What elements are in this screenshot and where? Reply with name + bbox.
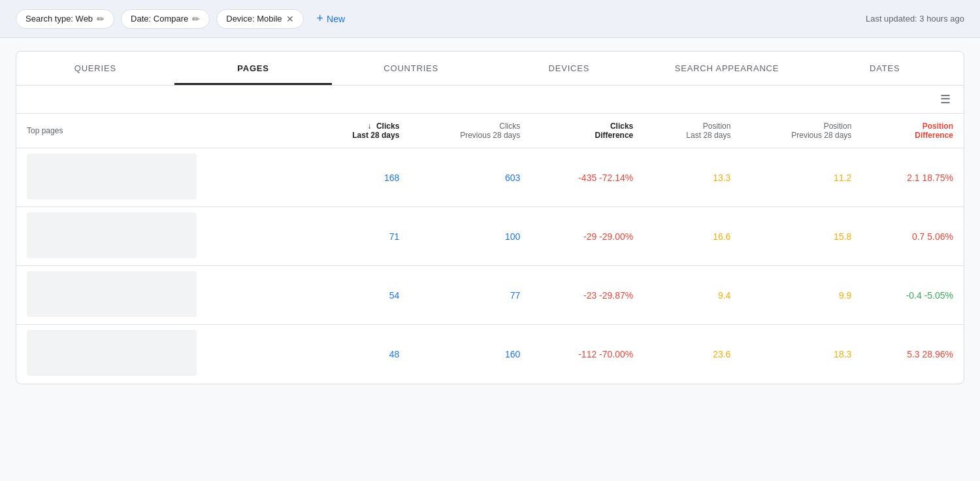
pos-prev-cell: 18.3 [741,325,862,384]
page-url-block [27,154,197,199]
filter-row: ☰ [16,86,964,114]
clicks-last-cell: 71 [308,207,410,266]
search-type-label: Search type: Web [25,14,93,24]
page-url-cell [16,148,308,207]
pos-prev-cell: 15.8 [741,207,862,266]
tab-dates[interactable]: DATES [806,52,964,85]
clicks-diff-cell: -23 -29.87% [531,266,644,325]
clicks-prev-cell: 100 [410,207,531,266]
pos-last-cell: 23.6 [644,325,741,384]
pos-last-cell: 16.6 [644,207,741,266]
tab-countries[interactable]: COUNTRIES [332,52,490,85]
new-button[interactable]: + New [310,8,352,29]
pos-diff-value: 2.1 18.75% [907,173,953,183]
page-url-cell [16,207,308,266]
pos-last-cell: 9.4 [644,266,741,325]
page-url-block [27,212,197,258]
col-header-clicks-diff: Clicks Difference [531,114,644,148]
clicks-last-value: 168 [384,173,399,183]
clicks-diff-value: -112 -70.00% [578,349,633,359]
pos-last-cell: 13.3 [644,148,741,207]
clicks-prev-value: 160 [505,349,520,359]
pos-diff-cell: -0.4 -5.05% [862,266,964,325]
last-updated: Last updated: 3 hours ago [866,14,964,24]
clicks-diff-value: -435 -72.14% [578,173,633,183]
pos-diff-value: -0.4 -5.05% [906,290,953,301]
table-row: 5477-23 -29.87%9.49.9-0.4 -5.05% [16,266,964,325]
clicks-diff-value: -23 -29.87% [583,290,633,301]
table-row: 71100-29 -29.00%16.615.80.7 5.06% [16,207,964,266]
pos-prev-value: 9.9 [839,290,851,301]
pos-prev-value: 18.3 [834,349,851,359]
clicks-diff-value: -29 -29.00% [583,231,633,242]
clicks-prev-value: 603 [505,173,520,183]
top-bar: Search type: Web ✏ Date: Compare ✏ Devic… [0,0,980,38]
device-filter[interactable]: Device: Mobile ✕ [216,9,303,29]
clicks-diff-cell: -112 -70.00% [531,325,644,384]
table-header-row: Top pages ↓ Clicks Last 28 days [16,114,964,148]
pos-last-value: 13.3 [713,173,730,183]
table-row: 168603-435 -72.14%13.311.22.1 18.75% [16,148,964,207]
clicks-last-value: 71 [389,231,400,242]
tabs-row: QUERIES PAGES COUNTRIES DEVICES SEARCH A… [16,52,964,86]
tab-queries[interactable]: QUERIES [16,52,174,85]
page-url-cell [16,266,308,325]
filter-icon[interactable]: ☰ [940,92,951,107]
data-table: Top pages ↓ Clicks Last 28 days [16,114,964,384]
close-icon[interactable]: ✕ [286,14,294,24]
pos-diff-value: 5.3 28.96% [907,349,953,359]
clicks-last-cell: 168 [308,148,410,207]
col-header-pos-prev: Position Previous 28 days [741,114,862,148]
clicks-prev-cell: 77 [410,266,531,325]
clicks-prev-value: 100 [505,231,520,242]
pos-prev-cell: 11.2 [741,148,862,207]
pos-diff-cell: 2.1 18.75% [862,148,964,207]
clicks-last-cell: 54 [308,266,410,325]
device-label: Device: Mobile [226,14,282,24]
col-header-pos-diff: Position Difference [862,114,964,148]
col-header-pages: Top pages [16,114,308,148]
col-header-clicks-last[interactable]: ↓ Clicks Last 28 days [308,114,410,148]
edit-icon[interactable]: ✏ [192,14,200,24]
clicks-diff-cell: -29 -29.00% [531,207,644,266]
search-type-filter[interactable]: Search type: Web ✏ [16,9,114,29]
pos-diff-cell: 0.7 5.06% [862,207,964,266]
plus-icon: + [317,12,324,25]
clicks-prev-cell: 603 [410,148,531,207]
table-container: Top pages ↓ Clicks Last 28 days [16,114,964,384]
main-card: QUERIES PAGES COUNTRIES DEVICES SEARCH A… [16,51,964,384]
date-filter[interactable]: Date: Compare ✏ [121,9,210,29]
pos-prev-cell: 9.9 [741,266,862,325]
pos-last-value: 23.6 [713,349,730,359]
pos-diff-value: 0.7 5.06% [912,231,953,242]
page-url-block [27,330,197,376]
date-label: Date: Compare [131,14,188,24]
clicks-prev-value: 77 [510,290,521,301]
pos-last-value: 9.4 [718,290,730,301]
page-url-block [27,271,197,317]
clicks-last-cell: 48 [308,325,410,384]
clicks-last-value: 48 [389,349,400,359]
page-url-cell [16,325,308,384]
table-row: 48160-112 -70.00%23.618.35.3 28.96% [16,325,964,384]
clicks-diff-cell: -435 -72.14% [531,148,644,207]
edit-icon[interactable]: ✏ [97,14,105,24]
pos-prev-value: 11.2 [834,173,851,183]
pos-diff-cell: 5.3 28.96% [862,325,964,384]
sort-down-icon: ↓ [368,122,372,131]
tab-devices[interactable]: DEVICES [490,52,648,85]
clicks-last-value: 54 [389,290,400,301]
tab-pages[interactable]: PAGES [174,52,333,85]
new-button-label: New [327,14,345,24]
clicks-prev-cell: 160 [410,325,531,384]
col-header-clicks-prev: Clicks Previous 28 days [410,114,531,148]
pos-prev-value: 15.8 [834,231,851,242]
col-header-pos-last: Position Last 28 days [644,114,741,148]
tab-search-appearance[interactable]: SEARCH APPEARANCE [648,52,806,85]
pos-last-value: 16.6 [713,231,730,242]
